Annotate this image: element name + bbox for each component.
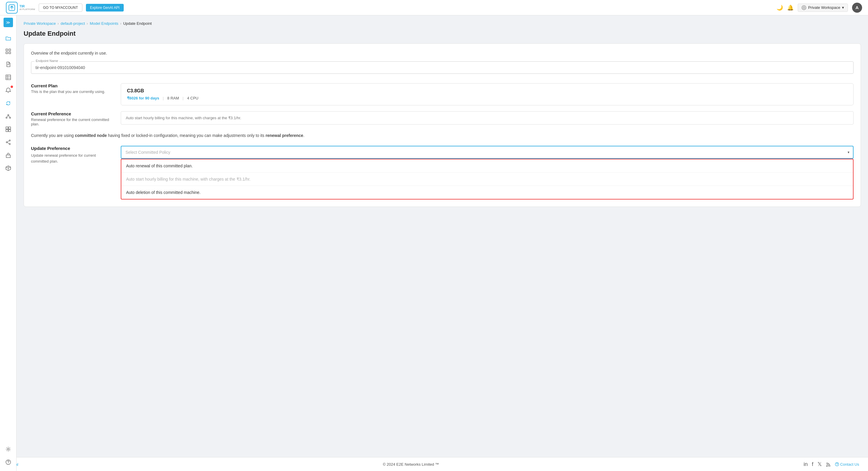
sidebar-item-sync[interactable] xyxy=(2,97,14,109)
endpoint-name-label: Endpoint Name xyxy=(35,59,59,63)
breadcrumb-sep-2: › xyxy=(87,21,88,26)
svg-rect-6 xyxy=(9,52,11,54)
sidebar-item-dashboard[interactable] xyxy=(2,45,14,57)
svg-point-14 xyxy=(6,117,7,118)
plan-price: ₹6026 for 90 days xyxy=(127,96,159,100)
select-placeholder: Select Committed Policy xyxy=(125,150,170,155)
svg-rect-21 xyxy=(8,130,11,132)
breadcrumb-current: Update Endpoint xyxy=(123,21,152,26)
logo: TIR AI PLATFORM xyxy=(6,2,35,13)
main-content: Private Workspace › default-project › Mo… xyxy=(17,15,868,471)
svg-rect-20 xyxy=(6,130,8,132)
update-pref-control-col: Select Committed Policy ▾ Auto renewal o… xyxy=(121,146,854,199)
current-plan-label: Current Plan This is the plan that you a… xyxy=(31,83,114,94)
sidebar-item-share[interactable] xyxy=(2,136,14,148)
dropdown-options: Auto renewal of this committed plan. Aut… xyxy=(121,159,854,199)
go-to-myaccount-button[interactable]: GO TO MYACCOUNT xyxy=(39,4,82,12)
sidebar-item-table[interactable] xyxy=(2,71,14,83)
sidebar-item-folder[interactable] xyxy=(2,32,14,44)
svg-point-13 xyxy=(8,115,9,116)
current-preference-row: Current Preference Renewal preference fo… xyxy=(31,111,854,126)
endpoint-name-field: Endpoint Name xyxy=(31,61,854,74)
update-pref-title: Update Preference xyxy=(31,146,114,151)
update-pref-label-col: Update Preference Update renewal prefere… xyxy=(31,146,114,164)
select-wrapper: Select Committed Policy ▾ xyxy=(121,146,854,159)
svg-point-1 xyxy=(802,6,806,10)
twitter-icon[interactable]: 𝕏 xyxy=(817,461,822,467)
sidebar-item-settings[interactable] xyxy=(2,443,14,455)
select-committed-policy[interactable]: Select Committed Policy xyxy=(121,146,854,159)
main-card: Overview of the endpoint currently in us… xyxy=(24,43,861,207)
sidebar-item-box[interactable] xyxy=(2,149,14,161)
svg-line-25 xyxy=(7,141,9,142)
dark-mode-toggle[interactable]: 🌙 xyxy=(776,4,783,11)
header-left: TIR AI PLATFORM GO TO MYACCOUNT Explore … xyxy=(6,2,124,13)
sidebar: ≫ xyxy=(0,15,17,471)
option-auto-deletion[interactable]: Auto deletion of this committed machine. xyxy=(121,186,853,199)
main-layout: ≫ xyxy=(0,15,868,471)
spacer-1 xyxy=(31,78,854,83)
svg-point-30 xyxy=(8,463,8,464)
svg-rect-4 xyxy=(9,49,11,51)
svg-point-33 xyxy=(837,465,837,465)
breadcrumb-private-workspace[interactable]: Private Workspace xyxy=(24,21,56,26)
contact-us-link[interactable]: Contact Us xyxy=(835,462,859,467)
current-plan-title: Current Plan xyxy=(31,83,114,88)
sidebar-item-notifications[interactable] xyxy=(2,85,14,96)
sidebar-item-grid[interactable] xyxy=(2,123,14,135)
svg-point-23 xyxy=(9,140,10,141)
svg-line-17 xyxy=(8,116,10,117)
facebook-icon[interactable]: f xyxy=(812,461,813,467)
svg-rect-27 xyxy=(6,155,10,158)
footer-right: in f 𝕏 Contact Us xyxy=(804,461,859,467)
user-avatar[interactable]: A xyxy=(852,3,862,13)
notifications-button[interactable]: 🔔 xyxy=(787,4,794,11)
breadcrumb-sep-1: › xyxy=(58,21,59,26)
plan-sep-1: | xyxy=(163,96,163,100)
plan-ram: 8 RAM xyxy=(167,96,179,100)
workspace-selector[interactable]: Private Workspace ▾ xyxy=(798,4,848,12)
svg-rect-5 xyxy=(6,52,8,54)
svg-rect-3 xyxy=(6,49,8,51)
sidebar-item-document[interactable] xyxy=(2,58,14,70)
plan-box: C3.8GB ₹6026 for 90 days | 8 RAM | 4 CPU xyxy=(121,83,854,105)
sidebar-bottom xyxy=(2,443,14,469)
logo-icon xyxy=(6,2,18,13)
sidebar-item-help[interactable] xyxy=(2,456,14,468)
plan-cpu: 4 CPU xyxy=(187,96,198,100)
sidebar-item-network[interactable] xyxy=(2,111,14,122)
current-pref-desc: Renewal preference for the current commi… xyxy=(31,118,114,126)
breadcrumb-default-project[interactable]: default-project xyxy=(61,21,85,26)
plan-sep-2: | xyxy=(182,96,183,100)
breadcrumb-model-endpoints[interactable]: Model Endpoints xyxy=(90,21,118,26)
option-auto-renewal[interactable]: Auto renewal of this committed plan. xyxy=(121,159,853,172)
option-auto-hourly[interactable]: Auto start hourly billing for this machi… xyxy=(121,172,853,186)
top-header: TIR AI PLATFORM GO TO MYACCOUNT Explore … xyxy=(0,0,868,15)
sidebar-item-cube[interactable] xyxy=(2,162,14,174)
sidebar-toggle-button[interactable]: ≫ xyxy=(4,18,13,27)
svg-point-22 xyxy=(6,142,7,143)
svg-point-2 xyxy=(803,7,805,8)
svg-point-24 xyxy=(9,144,10,145)
contact-us-label: Contact Us xyxy=(840,462,859,467)
footer-copyright: © 2024 E2E Networks Limited ™ xyxy=(18,462,804,467)
workspace-icon xyxy=(802,5,806,10)
linkedin-icon[interactable]: in xyxy=(804,461,808,467)
plan-name: C3.8GB xyxy=(127,88,847,94)
footer: Legal © 2024 E2E Networks Limited ™ in f… xyxy=(0,457,868,471)
explore-genai-button[interactable]: Explore GenAI API xyxy=(86,4,124,11)
current-pref-content xyxy=(121,111,854,125)
notification-badge xyxy=(11,86,13,88)
svg-line-26 xyxy=(7,143,9,144)
rss-icon[interactable] xyxy=(826,461,831,467)
svg-point-31 xyxy=(826,465,828,467)
svg-point-28 xyxy=(7,448,9,450)
svg-rect-18 xyxy=(6,127,8,129)
current-pref-label: Current Preference Renewal preference fo… xyxy=(31,111,114,126)
update-pref-desc: Update renewal preference for current co… xyxy=(31,153,114,164)
workspace-chevron: ▾ xyxy=(842,5,844,10)
svg-line-16 xyxy=(6,116,8,117)
endpoint-name-input[interactable] xyxy=(31,61,854,74)
current-plan-content: C3.8GB ₹6026 for 90 days | 8 RAM | 4 CPU xyxy=(121,83,854,105)
page-title: Update Endpoint xyxy=(24,30,861,37)
